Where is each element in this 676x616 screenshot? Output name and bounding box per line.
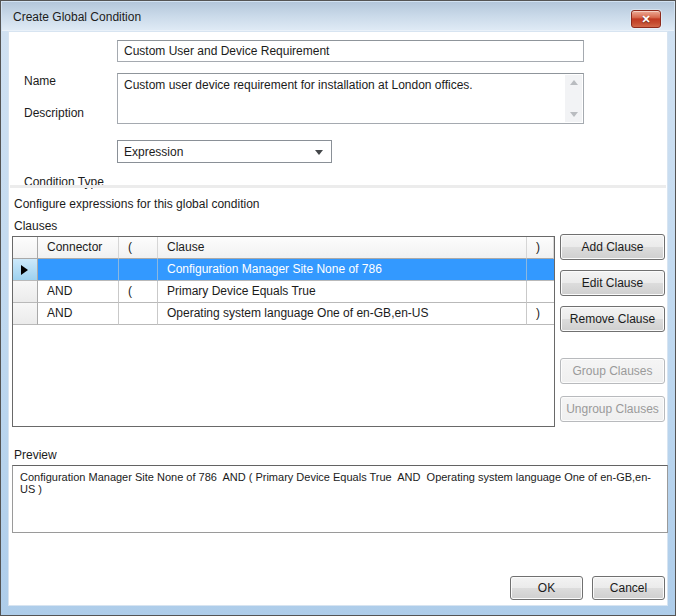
close-paren-cell[interactable]: [527, 281, 554, 303]
connector-cell[interactable]: [38, 259, 119, 281]
connector-cell[interactable]: AND: [38, 281, 119, 303]
open-paren-cell[interactable]: (: [119, 281, 158, 303]
description-input[interactable]: Custom user device requirement for insta…: [117, 73, 584, 124]
edit-clause-button[interactable]: Edit Clause: [560, 270, 665, 296]
connector-cell[interactable]: AND: [38, 303, 119, 325]
column-header-connector[interactable]: Connector: [38, 237, 119, 259]
close-button[interactable]: ✕: [631, 10, 661, 28]
row-selector-cell[interactable]: [13, 303, 38, 325]
table-row[interactable]: AND Operating system language One of en-…: [13, 303, 554, 325]
row-selector-cell[interactable]: [13, 281, 38, 303]
close-paren-cell[interactable]: ): [527, 303, 554, 325]
ungroup-clauses-button: Ungroup Clauses: [560, 396, 665, 422]
preview-value: Configuration Manager Site None of 786 A…: [20, 471, 663, 495]
preview-box: Configuration Manager Site None of 786 A…: [12, 465, 668, 533]
condition-type-value: Expression: [124, 145, 183, 159]
table-row[interactable]: AND ( Primary Device Equals True: [13, 281, 554, 303]
name-input[interactable]: [117, 40, 584, 62]
close-paren-cell[interactable]: [527, 259, 554, 281]
scroll-down-button[interactable]: [565, 106, 582, 122]
arrow-down-icon: [570, 112, 578, 117]
table-header-row: Connector ( Clause ): [13, 237, 554, 259]
row-selector-cell[interactable]: [13, 259, 38, 281]
column-header-clause[interactable]: Clause: [158, 237, 527, 259]
clause-cell[interactable]: Operating system language One of en-GB,e…: [158, 303, 527, 325]
remove-clause-button[interactable]: Remove Clause: [560, 306, 665, 332]
ok-button[interactable]: OK: [510, 576, 583, 600]
open-paren-cell[interactable]: [119, 303, 158, 325]
scroll-up-button[interactable]: [565, 75, 582, 91]
section-heading: Configure expressions for this global co…: [14, 197, 259, 211]
description-scrollbar[interactable]: [565, 75, 582, 122]
group-clauses-button: Group Clauses: [560, 358, 665, 384]
clauses-label: Clauses: [14, 219, 57, 233]
cancel-button[interactable]: Cancel: [592, 576, 665, 600]
add-clause-button[interactable]: Add Clause: [560, 234, 665, 260]
row-selector-header[interactable]: [13, 237, 38, 259]
current-row-icon: [21, 265, 28, 275]
dialog-title: Create Global Condition: [13, 10, 141, 24]
clause-cell[interactable]: Primary Device Equals True: [158, 281, 527, 303]
column-header-close-paren[interactable]: ): [527, 237, 554, 259]
preview-label: Preview: [14, 448, 57, 462]
open-paren-cell[interactable]: [119, 259, 158, 281]
section-divider: [10, 185, 666, 188]
title-bar: Create Global Condition ✕: [2, 2, 674, 31]
name-label: Name: [24, 74, 56, 88]
clause-cell[interactable]: Configuration Manager Site None of 786: [158, 259, 527, 281]
description-value: Custom user device requirement for insta…: [124, 78, 561, 92]
dialog-body: Name Description Custom user device requ…: [8, 31, 668, 606]
column-header-open-paren[interactable]: (: [119, 237, 158, 259]
clauses-table: Connector ( Clause ) Configuration Manag…: [12, 236, 555, 427]
description-label: Description: [24, 106, 84, 120]
condition-type-dropdown[interactable]: Expression: [117, 140, 332, 163]
create-global-condition-dialog: Create Global Condition ✕ Name Descripti…: [0, 0, 676, 616]
close-icon: ✕: [641, 13, 650, 25]
table-row[interactable]: Configuration Manager Site None of 786: [13, 259, 554, 281]
chevron-down-icon: [315, 150, 323, 155]
arrow-up-icon: [570, 80, 578, 85]
